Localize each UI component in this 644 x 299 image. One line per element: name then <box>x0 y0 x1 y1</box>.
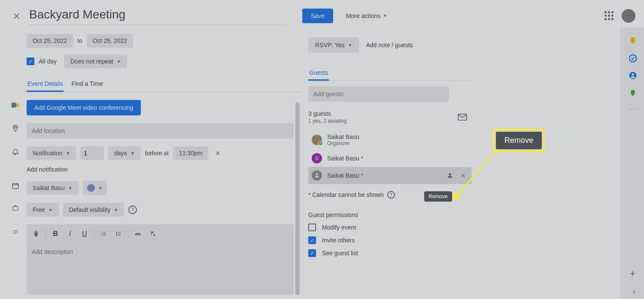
google-meet-icon <box>10 100 21 110</box>
chevron-down-icon: ▼ <box>348 43 352 48</box>
guest-role: Organizer <box>327 140 359 146</box>
link-button[interactable] <box>131 227 145 241</box>
notification-count-input[interactable] <box>80 146 104 160</box>
email-guests-button[interactable] <box>458 114 467 121</box>
calendar-color-dot <box>87 184 95 192</box>
chevron-down-icon: ▼ <box>131 151 135 156</box>
add-notification-link[interactable]: Add notification <box>27 166 301 173</box>
guest-permissions-title: Guest permissions <box>308 211 471 218</box>
bell-icon <box>10 146 21 157</box>
see-guest-list-checkbox[interactable]: ✓ <box>308 249 316 257</box>
more-actions-dropdown[interactable]: More actions ▼ <box>340 9 393 23</box>
save-button[interactable]: Save <box>302 9 333 23</box>
svg-point-9 <box>316 173 318 175</box>
notification-type-dropdown[interactable]: Notification ▼ <box>27 146 76 160</box>
italic-button[interactable]: I <box>63 227 77 241</box>
chevron-down-icon: ▼ <box>114 208 118 212</box>
availability-dropdown[interactable]: Free ▼ <box>27 203 59 217</box>
collapse-panel-button[interactable] <box>631 289 637 295</box>
guest-avatar <box>312 170 322 181</box>
guest-row-hovered[interactable]: Saikat Basu * <box>308 167 471 184</box>
guest-avatar: S <box>312 153 322 163</box>
svg-rect-0 <box>12 184 18 189</box>
tab-guests[interactable]: Guests <box>308 66 329 81</box>
rsvp-dropdown[interactable]: RSVP: Yes ▼ <box>308 37 359 53</box>
guest-details-button[interactable] <box>445 170 455 181</box>
google-apps-icon[interactable] <box>604 11 614 21</box>
modify-event-checkbox[interactable] <box>308 223 316 231</box>
tasks-icon[interactable] <box>629 54 637 63</box>
numbered-list-button[interactable]: 123 <box>97 227 111 241</box>
calendar-color-dropdown[interactable]: ▼ <box>83 181 107 195</box>
remove-tooltip: Remove <box>424 191 452 202</box>
clear-formatting-button[interactable] <box>146 227 159 241</box>
end-date-picker[interactable]: Oct 25, 2022 <box>87 34 133 48</box>
more-actions-label: More actions <box>346 12 380 19</box>
all-day-label: All day <box>39 58 57 65</box>
account-avatar[interactable] <box>622 9 635 23</box>
contacts-icon[interactable] <box>629 71 637 80</box>
tab-find-a-time[interactable]: Find a Time <box>70 77 103 92</box>
start-date-picker[interactable]: Oct 25, 2022 <box>27 34 73 48</box>
location-input[interactable] <box>27 123 294 139</box>
tab-event-details[interactable]: Event Details <box>27 77 64 92</box>
calendar-owner-dropdown[interactable]: Saikat Basu ▼ <box>27 181 79 195</box>
annotation-callout: Remove <box>493 129 545 152</box>
calendar-owner-label: Saikat Basu <box>33 184 65 191</box>
notification-time-picker[interactable]: 11:30pm <box>173 146 208 160</box>
repeat-dropdown[interactable]: Does not repeat ▼ <box>64 54 127 68</box>
svg-point-5 <box>116 232 117 233</box>
briefcase-icon <box>10 203 21 213</box>
guest-row[interactable]: S Saikat Basu * <box>308 150 471 167</box>
guest-row-organizer[interactable]: Saikat Basu Organizer <box>308 130 471 150</box>
location-icon <box>10 123 21 133</box>
chevron-down-icon: ▼ <box>49 208 53 212</box>
annotation-label: Remove <box>496 132 542 149</box>
visibility-help-icon[interactable]: ? <box>128 205 137 214</box>
all-day-checkbox[interactable]: ✓ <box>27 57 34 65</box>
bullet-list-button[interactable] <box>112 227 125 241</box>
notification-unit-label: days <box>114 150 127 157</box>
add-guests-input[interactable] <box>308 86 449 102</box>
chevron-down-icon: ▼ <box>117 59 121 64</box>
description-textarea[interactable]: Add description <box>27 243 294 295</box>
chevron-down-icon: ▼ <box>68 186 73 190</box>
date-to-label: to <box>77 37 82 44</box>
svg-rect-1 <box>13 207 18 211</box>
help-icon[interactable]: ? <box>387 191 395 199</box>
event-title-input[interactable] <box>29 6 287 25</box>
visibility-dropdown[interactable]: Default visibility ▼ <box>63 203 124 217</box>
guest-status-label: 1 yes, 2 awaiting <box>308 118 346 124</box>
add-note-link[interactable]: Add note / guests <box>366 42 413 48</box>
underline-button[interactable]: U <box>78 227 91 241</box>
add-addon-button[interactable]: + <box>625 266 641 281</box>
chevron-down-icon: ▼ <box>383 13 387 18</box>
notification-unit-dropdown[interactable]: days ▼ <box>108 146 140 160</box>
notification-type-label: Notification <box>33 150 62 157</box>
svg-point-10 <box>449 173 451 175</box>
keep-icon[interactable] <box>629 36 637 45</box>
add-google-meet-button[interactable]: Add Google Meet video conferencing <box>27 100 141 115</box>
side-panel: + <box>621 27 644 299</box>
remove-notification-button[interactable] <box>213 148 223 158</box>
rsvp-label: RSVP: Yes <box>315 42 345 48</box>
svg-point-14 <box>632 91 634 94</box>
description-toolbar: B I U 123 <box>27 224 294 243</box>
chevron-down-icon: ▼ <box>66 151 70 156</box>
close-button[interactable] <box>9 8 24 24</box>
calendar-icon <box>10 181 21 191</box>
svg-point-6 <box>116 233 117 234</box>
availability-label: Free <box>33 206 45 213</box>
guest-name: Saikat Basu * <box>327 172 363 179</box>
chevron-down-icon: ▼ <box>98 186 103 190</box>
attach-button[interactable] <box>29 227 43 241</box>
scrollbar[interactable] <box>295 102 300 295</box>
check-icon <box>318 141 323 146</box>
maps-icon[interactable] <box>629 88 637 98</box>
remove-guest-button[interactable] <box>458 170 468 181</box>
svg-point-13 <box>632 73 634 76</box>
guest-name: Saikat Basu <box>327 133 359 140</box>
bold-button[interactable]: B <box>49 227 62 241</box>
before-at-label: before at <box>145 150 169 157</box>
invite-others-checkbox[interactable]: ✓ <box>308 236 316 244</box>
